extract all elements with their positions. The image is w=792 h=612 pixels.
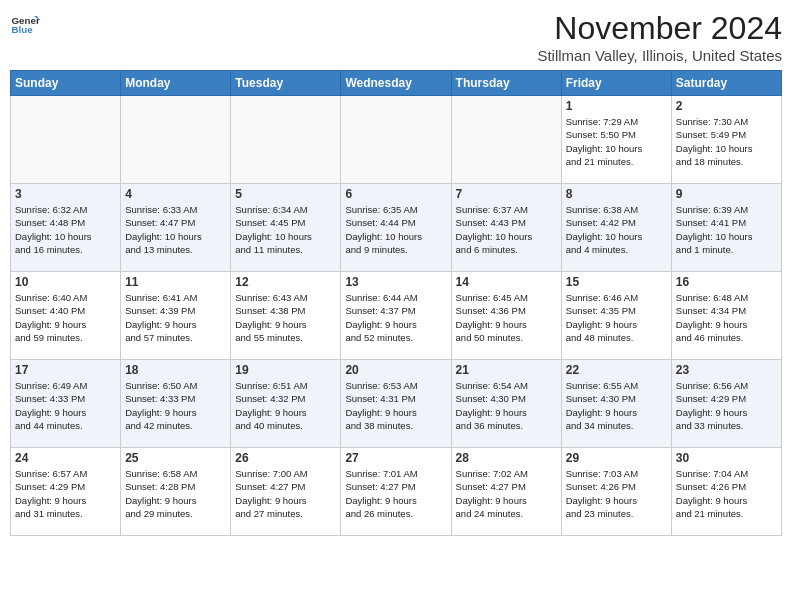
col-header-friday: Friday xyxy=(561,71,671,96)
day-info: Sunrise: 6:53 AM Sunset: 4:31 PM Dayligh… xyxy=(345,379,446,432)
day-number: 19 xyxy=(235,363,336,377)
day-number: 15 xyxy=(566,275,667,289)
calendar-cell: 4Sunrise: 6:33 AM Sunset: 4:47 PM Daylig… xyxy=(121,184,231,272)
day-info: Sunrise: 7:30 AM Sunset: 5:49 PM Dayligh… xyxy=(676,115,777,168)
calendar-cell: 15Sunrise: 6:46 AM Sunset: 4:35 PM Dayli… xyxy=(561,272,671,360)
calendar-cell: 23Sunrise: 6:56 AM Sunset: 4:29 PM Dayli… xyxy=(671,360,781,448)
calendar-cell: 1Sunrise: 7:29 AM Sunset: 5:50 PM Daylig… xyxy=(561,96,671,184)
calendar-cell: 12Sunrise: 6:43 AM Sunset: 4:38 PM Dayli… xyxy=(231,272,341,360)
day-info: Sunrise: 6:51 AM Sunset: 4:32 PM Dayligh… xyxy=(235,379,336,432)
calendar-cell: 26Sunrise: 7:00 AM Sunset: 4:27 PM Dayli… xyxy=(231,448,341,536)
day-info: Sunrise: 6:54 AM Sunset: 4:30 PM Dayligh… xyxy=(456,379,557,432)
calendar-cell: 7Sunrise: 6:37 AM Sunset: 4:43 PM Daylig… xyxy=(451,184,561,272)
calendar-cell: 30Sunrise: 7:04 AM Sunset: 4:26 PM Dayli… xyxy=(671,448,781,536)
day-number: 22 xyxy=(566,363,667,377)
calendar-table: SundayMondayTuesdayWednesdayThursdayFrid… xyxy=(10,70,782,536)
day-info: Sunrise: 7:04 AM Sunset: 4:26 PM Dayligh… xyxy=(676,467,777,520)
calendar-cell: 10Sunrise: 6:40 AM Sunset: 4:40 PM Dayli… xyxy=(11,272,121,360)
calendar-cell: 14Sunrise: 6:45 AM Sunset: 4:36 PM Dayli… xyxy=(451,272,561,360)
calendar-cell: 22Sunrise: 6:55 AM Sunset: 4:30 PM Dayli… xyxy=(561,360,671,448)
calendar-cell: 27Sunrise: 7:01 AM Sunset: 4:27 PM Dayli… xyxy=(341,448,451,536)
calendar-cell: 18Sunrise: 6:50 AM Sunset: 4:33 PM Dayli… xyxy=(121,360,231,448)
col-header-thursday: Thursday xyxy=(451,71,561,96)
day-info: Sunrise: 6:45 AM Sunset: 4:36 PM Dayligh… xyxy=(456,291,557,344)
day-number: 3 xyxy=(15,187,116,201)
day-info: Sunrise: 6:32 AM Sunset: 4:48 PM Dayligh… xyxy=(15,203,116,256)
day-info: Sunrise: 6:35 AM Sunset: 4:44 PM Dayligh… xyxy=(345,203,446,256)
day-info: Sunrise: 6:48 AM Sunset: 4:34 PM Dayligh… xyxy=(676,291,777,344)
day-number: 27 xyxy=(345,451,446,465)
col-header-sunday: Sunday xyxy=(11,71,121,96)
col-header-monday: Monday xyxy=(121,71,231,96)
calendar-cell xyxy=(121,96,231,184)
calendar-cell: 24Sunrise: 6:57 AM Sunset: 4:29 PM Dayli… xyxy=(11,448,121,536)
day-number: 6 xyxy=(345,187,446,201)
calendar-cell xyxy=(231,96,341,184)
day-info: Sunrise: 6:33 AM Sunset: 4:47 PM Dayligh… xyxy=(125,203,226,256)
day-number: 8 xyxy=(566,187,667,201)
svg-text:Blue: Blue xyxy=(12,24,34,35)
day-number: 17 xyxy=(15,363,116,377)
calendar-cell: 2Sunrise: 7:30 AM Sunset: 5:49 PM Daylig… xyxy=(671,96,781,184)
day-info: Sunrise: 7:29 AM Sunset: 5:50 PM Dayligh… xyxy=(566,115,667,168)
header: General Blue November 2024 Stillman Vall… xyxy=(10,10,782,64)
day-number: 28 xyxy=(456,451,557,465)
day-number: 12 xyxy=(235,275,336,289)
day-number: 20 xyxy=(345,363,446,377)
calendar-cell: 17Sunrise: 6:49 AM Sunset: 4:33 PM Dayli… xyxy=(11,360,121,448)
calendar-cell xyxy=(451,96,561,184)
day-number: 11 xyxy=(125,275,226,289)
day-number: 24 xyxy=(15,451,116,465)
day-info: Sunrise: 6:46 AM Sunset: 4:35 PM Dayligh… xyxy=(566,291,667,344)
day-number: 13 xyxy=(345,275,446,289)
calendar-cell: 6Sunrise: 6:35 AM Sunset: 4:44 PM Daylig… xyxy=(341,184,451,272)
day-number: 9 xyxy=(676,187,777,201)
day-number: 7 xyxy=(456,187,557,201)
calendar-cell xyxy=(341,96,451,184)
day-number: 5 xyxy=(235,187,336,201)
day-number: 29 xyxy=(566,451,667,465)
day-info: Sunrise: 6:43 AM Sunset: 4:38 PM Dayligh… xyxy=(235,291,336,344)
day-number: 30 xyxy=(676,451,777,465)
day-info: Sunrise: 6:38 AM Sunset: 4:42 PM Dayligh… xyxy=(566,203,667,256)
location-title: Stillman Valley, Illinois, United States xyxy=(537,47,782,64)
calendar-cell: 11Sunrise: 6:41 AM Sunset: 4:39 PM Dayli… xyxy=(121,272,231,360)
logo: General Blue xyxy=(10,10,40,40)
day-number: 23 xyxy=(676,363,777,377)
day-info: Sunrise: 6:56 AM Sunset: 4:29 PM Dayligh… xyxy=(676,379,777,432)
calendar-cell: 25Sunrise: 6:58 AM Sunset: 4:28 PM Dayli… xyxy=(121,448,231,536)
day-number: 1 xyxy=(566,99,667,113)
day-number: 18 xyxy=(125,363,226,377)
calendar-cell: 19Sunrise: 6:51 AM Sunset: 4:32 PM Dayli… xyxy=(231,360,341,448)
calendar-cell: 13Sunrise: 6:44 AM Sunset: 4:37 PM Dayli… xyxy=(341,272,451,360)
calendar-cell: 29Sunrise: 7:03 AM Sunset: 4:26 PM Dayli… xyxy=(561,448,671,536)
day-info: Sunrise: 7:03 AM Sunset: 4:26 PM Dayligh… xyxy=(566,467,667,520)
day-number: 16 xyxy=(676,275,777,289)
col-header-wednesday: Wednesday xyxy=(341,71,451,96)
calendar-cell xyxy=(11,96,121,184)
calendar-cell: 9Sunrise: 6:39 AM Sunset: 4:41 PM Daylig… xyxy=(671,184,781,272)
calendar-cell: 3Sunrise: 6:32 AM Sunset: 4:48 PM Daylig… xyxy=(11,184,121,272)
col-header-tuesday: Tuesday xyxy=(231,71,341,96)
day-info: Sunrise: 6:49 AM Sunset: 4:33 PM Dayligh… xyxy=(15,379,116,432)
day-info: Sunrise: 6:40 AM Sunset: 4:40 PM Dayligh… xyxy=(15,291,116,344)
day-number: 26 xyxy=(235,451,336,465)
day-info: Sunrise: 6:50 AM Sunset: 4:33 PM Dayligh… xyxy=(125,379,226,432)
day-info: Sunrise: 6:55 AM Sunset: 4:30 PM Dayligh… xyxy=(566,379,667,432)
day-info: Sunrise: 6:57 AM Sunset: 4:29 PM Dayligh… xyxy=(15,467,116,520)
day-info: Sunrise: 6:41 AM Sunset: 4:39 PM Dayligh… xyxy=(125,291,226,344)
day-number: 25 xyxy=(125,451,226,465)
day-info: Sunrise: 7:01 AM Sunset: 4:27 PM Dayligh… xyxy=(345,467,446,520)
day-number: 4 xyxy=(125,187,226,201)
day-number: 14 xyxy=(456,275,557,289)
calendar-cell: 21Sunrise: 6:54 AM Sunset: 4:30 PM Dayli… xyxy=(451,360,561,448)
calendar-cell: 16Sunrise: 6:48 AM Sunset: 4:34 PM Dayli… xyxy=(671,272,781,360)
day-number: 10 xyxy=(15,275,116,289)
title-area: November 2024 Stillman Valley, Illinois,… xyxy=(537,10,782,64)
calendar-cell: 8Sunrise: 6:38 AM Sunset: 4:42 PM Daylig… xyxy=(561,184,671,272)
calendar-cell: 5Sunrise: 6:34 AM Sunset: 4:45 PM Daylig… xyxy=(231,184,341,272)
day-number: 21 xyxy=(456,363,557,377)
calendar-cell: 28Sunrise: 7:02 AM Sunset: 4:27 PM Dayli… xyxy=(451,448,561,536)
day-info: Sunrise: 7:00 AM Sunset: 4:27 PM Dayligh… xyxy=(235,467,336,520)
col-header-saturday: Saturday xyxy=(671,71,781,96)
